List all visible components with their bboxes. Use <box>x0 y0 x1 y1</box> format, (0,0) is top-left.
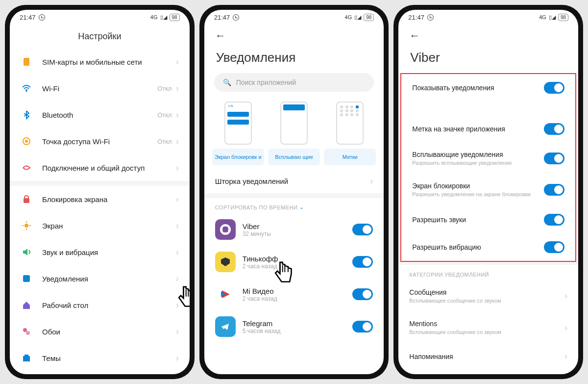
sound-icon <box>21 246 32 258</box>
hotspot-icon <box>21 135 32 147</box>
wall-icon <box>21 326 32 337</box>
toggle[interactable] <box>544 241 564 253</box>
share-icon <box>21 162 32 174</box>
app-icon <box>215 219 236 240</box>
settings-item[interactable]: Подключение и общий доступ › <box>10 154 190 181</box>
app-icon <box>215 252 236 272</box>
setting-toggle-row[interactable]: Разрешить звуки <box>401 206 575 233</box>
svg-rect-4 <box>24 198 29 203</box>
lock-icon <box>21 193 32 205</box>
wifi-icon <box>21 82 32 94</box>
sort-header[interactable]: СОРТИРОВАТЬ ПО ВРЕМЕНИ⌄ <box>204 198 384 213</box>
app-row[interactable]: Mi Видео2 часа назад <box>204 278 384 310</box>
highlighted-settings: Показывать уведомления Метка на значке п… <box>400 73 576 262</box>
alarm-icon <box>427 14 434 21</box>
chevron-right-icon: › <box>176 57 179 67</box>
signal-icon: ▯◢ <box>160 14 167 21</box>
chevron-right-icon: › <box>176 110 179 120</box>
chevron-right-icon: › <box>176 136 179 147</box>
settings-item[interactable]: Уведомления › <box>10 265 190 292</box>
settings-item[interactable]: Точка доступа Wi-Fi Откл › <box>10 128 190 154</box>
divider <box>10 181 190 186</box>
settings-item[interactable]: Темы › <box>10 345 190 371</box>
toggle[interactable] <box>352 256 373 268</box>
toggle[interactable] <box>352 321 373 333</box>
chevron-right-icon: › <box>176 327 179 337</box>
toggle[interactable] <box>544 214 564 226</box>
phone-3: 21:47 4G▯◢98 ← Viber Показывать уведомле… <box>393 5 583 379</box>
notif-icon <box>21 273 32 284</box>
category-row[interactable]: MentionsВсплывающее сообщение со звуком … <box>398 312 578 343</box>
app-icon <box>215 284 236 305</box>
style-badges[interactable]: Метки <box>324 102 376 165</box>
settings-list: SIM-карты и мобильные сети › Wi-Fi Откл … <box>10 49 190 374</box>
svg-point-1 <box>26 91 27 92</box>
chevron-right-icon: › <box>176 247 179 257</box>
toggle[interactable] <box>544 123 564 135</box>
search-input[interactable]: 🔍 Поиск приложений <box>214 73 374 92</box>
settings-item[interactable]: Блокировка экрана › <box>10 186 190 212</box>
net: 4G <box>150 14 158 20</box>
chevron-right-icon: › <box>176 221 179 231</box>
category-row[interactable]: Напоминания › <box>398 343 578 369</box>
settings-item[interactable]: Bluetooth Откл › <box>10 102 190 128</box>
app-row[interactable]: Тинькофф2 часа назад <box>204 246 384 278</box>
app-icon <box>215 316 236 337</box>
setting-toggle-row[interactable]: Метка на значке приложения <box>401 115 575 143</box>
page-title: Уведомления <box>204 47 384 73</box>
alarm-icon <box>39 14 45 21</box>
chevron-right-icon: › <box>564 351 567 361</box>
page-title: Настройки <box>10 25 190 49</box>
chevron-right-icon: › <box>370 176 373 186</box>
bt-icon <box>21 109 32 121</box>
settings-item[interactable]: Рабочий стол › <box>10 292 190 318</box>
setting-toggle-row[interactable]: Разрешить вибрацию <box>401 233 575 261</box>
app-row[interactable]: Viber32 минуты <box>204 213 384 246</box>
chevron-right-icon: › <box>176 274 179 284</box>
setting-toggle-row[interactable]: Показывать уведомления <box>401 74 575 102</box>
status-bar: 21:47 4G▯◢98 <box>10 10 190 25</box>
toggle[interactable] <box>352 224 373 235</box>
category-row[interactable]: СообщенияВсплывающее сообщение со звуком… <box>398 281 578 312</box>
notification-style-row: 2:36 Экран блокировк и Всплываю щие Метк… <box>204 92 384 169</box>
home-icon <box>21 299 32 311</box>
app-row[interactable]: Telegram5 часов назад <box>204 310 384 343</box>
chevron-right-icon: › <box>564 323 567 333</box>
toggle[interactable] <box>544 153 564 164</box>
svg-point-2 <box>25 140 28 143</box>
toggle[interactable] <box>352 288 373 300</box>
back-button[interactable]: ← <box>409 29 420 42</box>
svg-rect-14 <box>24 355 28 356</box>
svg-point-12 <box>26 331 30 335</box>
categories-header: КАТЕГОРИИ УВЕДОМЛЕНИЙ <box>398 265 578 281</box>
chevron-right-icon: › <box>176 163 179 173</box>
status-bar: 21:47 4G▯◢98 <box>204 10 384 25</box>
setting-toggle-row[interactable]: Всплывающие уведомленияРазрешить всплыва… <box>401 143 575 174</box>
notification-shade-row[interactable]: Шторка уведомлений› <box>204 169 384 193</box>
settings-item[interactable]: Звук и вибрация › <box>10 239 190 265</box>
sun-icon <box>21 220 32 231</box>
chevron-right-icon: › <box>176 353 179 363</box>
status-bar: 21:47 4G▯◢98 <box>398 10 578 25</box>
svg-rect-10 <box>23 275 30 282</box>
toggle[interactable] <box>544 184 564 196</box>
setting-toggle-row[interactable]: Экран блокировкиРазрешить уведомления на… <box>401 174 575 205</box>
settings-item[interactable]: SIM-карты и мобильные сети › <box>10 49 190 75</box>
chevron-right-icon: › <box>176 194 179 205</box>
chevron-right-icon: › <box>176 83 179 94</box>
style-popup[interactable]: Всплываю щие <box>268 102 320 165</box>
toggle[interactable] <box>544 82 564 94</box>
settings-item[interactable]: Wi-Fi Откл › <box>10 75 190 102</box>
svg-point-5 <box>24 224 28 228</box>
battery: 98 <box>170 14 180 21</box>
sim-icon <box>21 56 32 68</box>
theme-icon <box>21 352 32 364</box>
svg-rect-13 <box>23 356 30 361</box>
settings-item[interactable]: Обои › <box>10 318 190 345</box>
time: 21:47 <box>20 14 36 21</box>
style-lockscreen[interactable]: 2:36 Экран блокировк и <box>212 102 264 165</box>
chevron-right-icon: › <box>176 300 179 310</box>
settings-item[interactable]: Экран › <box>10 212 190 239</box>
svg-point-11 <box>23 328 27 332</box>
back-button[interactable]: ← <box>215 29 226 42</box>
